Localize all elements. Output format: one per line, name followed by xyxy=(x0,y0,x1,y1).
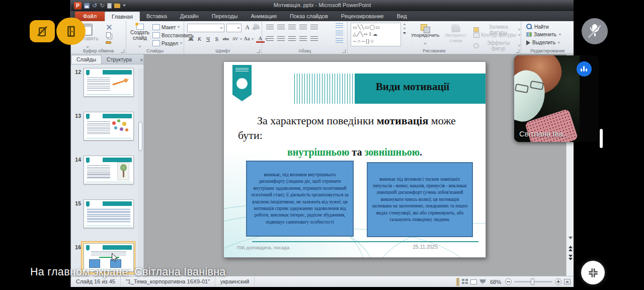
increase-indent-button[interactable] xyxy=(299,25,307,30)
zoom-slider[interactable] xyxy=(514,281,552,282)
fit-to-window-button[interactable] xyxy=(564,279,571,284)
slide-thumbnail-14[interactable]: 14 xyxy=(71,156,143,186)
shape-glyph[interactable]: ∼ xyxy=(361,38,366,44)
shape-outline-icon xyxy=(473,33,479,38)
tab-review[interactable]: Рецензирование xyxy=(335,12,390,21)
line-spacing-button[interactable] xyxy=(310,25,318,30)
format-painter-button[interactable] xyxy=(106,41,111,44)
shape-glyph[interactable]: ☆ xyxy=(370,38,375,44)
scroll-down-icon[interactable] xyxy=(569,237,573,239)
thumbnail-content xyxy=(84,68,134,97)
zoom-in-button[interactable] xyxy=(555,278,561,285)
shape-glyph[interactable]: ▭ xyxy=(353,24,358,30)
slide-sorter-button[interactable] xyxy=(462,279,468,284)
tab-slides-panel[interactable]: Слайды xyxy=(71,55,102,64)
find-button[interactable]: Найти xyxy=(526,24,549,30)
dialog-launcher-icon[interactable] xyxy=(257,49,260,53)
tab-transitions[interactable]: Переходы xyxy=(205,12,245,21)
shapes-gallery[interactable]: ▭╲╲▭◯▭ △╱╲⇨⇩☁ ∼∩∼{}☆ xyxy=(351,23,401,46)
shape-glyph[interactable]: ☁ xyxy=(373,31,378,37)
normal-view-button[interactable] xyxy=(456,278,459,286)
align-text-button[interactable] xyxy=(336,31,343,36)
slide-canvas[interactable]: Види мотивації За характером поведінки м… xyxy=(223,61,486,258)
bullets-button[interactable] xyxy=(266,25,274,30)
bold-button[interactable]: Ж xyxy=(187,35,195,43)
slide-thumbnail-15[interactable]: 15 xyxy=(71,199,143,230)
shapes-scroll[interactable] xyxy=(403,23,406,34)
replace-button[interactable]: Заменить xyxy=(526,32,561,37)
shape-outline-button[interactable]: Контур фигуры xyxy=(473,32,521,38)
tab-home[interactable]: Главная xyxy=(105,12,140,21)
tab-view[interactable]: Вид xyxy=(390,12,414,21)
overlay-scroll-handle[interactable] xyxy=(600,129,603,148)
tab-slideshow[interactable]: Показ слайдов xyxy=(283,12,335,21)
text-shadow-button[interactable]: S xyxy=(212,35,221,43)
shapes-scroll-up-icon[interactable] xyxy=(403,23,406,25)
underline-button[interactable]: Ч xyxy=(204,35,212,43)
next-slide-icon[interactable] xyxy=(569,255,573,257)
next-slide-icon[interactable] xyxy=(569,258,573,260)
external-motivation-box[interactable]: виникає під впливом і тиском зовнішніх і… xyxy=(367,162,473,237)
previous-slide-icon[interactable] xyxy=(569,246,573,248)
tab-design[interactable]: Дизайн xyxy=(174,12,205,21)
slideshow-button[interactable] xyxy=(479,279,486,284)
microphone-muted-indicator[interactable] xyxy=(582,18,608,44)
decrease-indent-button[interactable] xyxy=(288,25,296,30)
participant-video-tile[interactable]: Світлана Іва... xyxy=(514,55,599,142)
shape-glyph[interactable]: ∼ xyxy=(353,38,357,44)
font-size-select[interactable] xyxy=(226,24,242,32)
italic-button[interactable]: К xyxy=(195,35,204,43)
columns-button[interactable] xyxy=(310,36,318,42)
zoom-out-button[interactable] xyxy=(505,278,512,285)
shapes-scroll-down-icon[interactable] xyxy=(403,28,406,30)
shapes-more-icon[interactable] xyxy=(403,32,406,34)
previous-slide-icon[interactable] xyxy=(569,249,573,251)
dialog-launcher-icon[interactable] xyxy=(516,49,519,53)
shape-glyph[interactable]: ⇨ xyxy=(364,31,368,37)
numbering-button[interactable] xyxy=(277,25,285,30)
align-center-button[interactable] xyxy=(277,36,285,42)
slide-thumbnail-13[interactable]: 13 xyxy=(71,112,143,142)
dialog-launcher-icon[interactable] xyxy=(342,49,346,53)
select-button[interactable]: Выделить xyxy=(526,40,560,45)
tab-outline-panel[interactable]: Структура xyxy=(102,55,137,64)
tab-animations[interactable]: Анимация xyxy=(244,12,283,21)
layout-button[interactable]: Макет xyxy=(152,24,180,30)
align-right-button[interactable] xyxy=(288,36,296,42)
tab-insert[interactable]: Вставка xyxy=(140,12,174,21)
reading-view-button[interactable] xyxy=(470,279,477,284)
cut-button[interactable] xyxy=(106,24,112,30)
shape-glyph[interactable]: ◯ xyxy=(369,24,375,30)
panel-scrollbar-thumb[interactable] xyxy=(138,122,142,151)
strikethrough-button[interactable]: abc xyxy=(221,35,231,43)
quick-styles-button[interactable]: Экспресс-стили xyxy=(440,24,471,43)
collapse-view-button[interactable] xyxy=(581,261,605,284)
smartart-convert-button[interactable] xyxy=(336,38,343,44)
shape-glyph[interactable]: ▭ xyxy=(375,24,380,30)
arrange-button[interactable]: Упорядочить xyxy=(411,24,439,47)
copy-button[interactable] xyxy=(106,32,111,38)
section-button[interactable]: Раздел xyxy=(152,40,183,46)
shape-glyph[interactable]: ╲ xyxy=(360,31,364,37)
internal-motivation-box[interactable]: виникає, під впливом внутрішнього диском… xyxy=(246,161,354,237)
justify-button[interactable] xyxy=(299,36,307,42)
shape-glyph[interactable]: ▭ xyxy=(364,24,369,30)
slide-thumbnail-12[interactable]: 12 xyxy=(71,68,143,98)
group-font: A A Ж К Ч S abc AV Aa А Шрифт xyxy=(184,21,262,54)
clear-formatting-button[interactable] xyxy=(254,24,260,29)
exit-door-button[interactable] xyxy=(56,18,86,45)
text-direction-button[interactable] xyxy=(336,23,343,29)
zoom-level[interactable]: 68% xyxy=(490,279,501,285)
shape-glyph[interactable]: ╲ xyxy=(358,24,361,30)
dialog-launcher-icon[interactable] xyxy=(121,49,124,53)
align-left-button[interactable] xyxy=(266,36,274,42)
change-case-button[interactable]: Aa xyxy=(243,35,251,43)
camera-off-button[interactable] xyxy=(30,20,55,42)
new-slide-button[interactable]: Создать слайд xyxy=(128,24,151,50)
shape-glyph[interactable]: ∩ xyxy=(357,38,361,44)
font-name-select[interactable] xyxy=(187,24,224,32)
shape-glyph[interactable]: ⇩ xyxy=(368,31,373,37)
char-spacing-button[interactable]: AV xyxy=(231,35,239,43)
zoom-slider-thumb[interactable] xyxy=(531,278,534,285)
panel-scrollbar[interactable] xyxy=(138,67,143,271)
